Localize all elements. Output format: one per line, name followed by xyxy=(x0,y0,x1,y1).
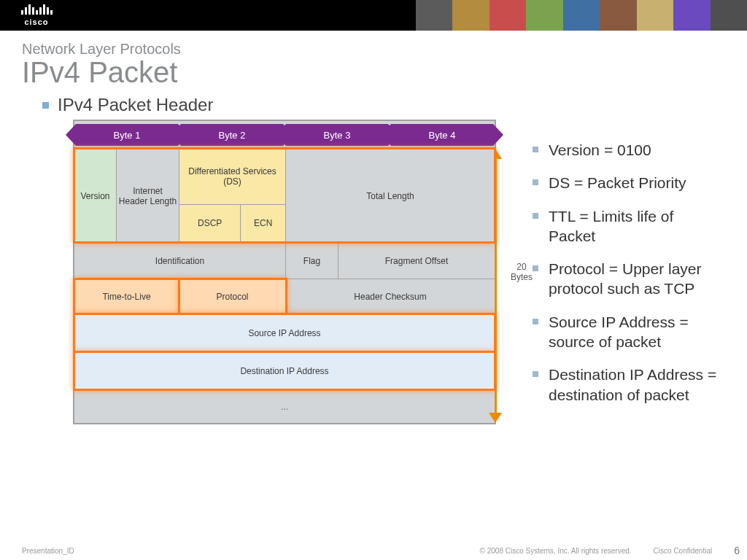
page-number: 6 xyxy=(734,545,740,556)
note-item: Source IP Address = source of packet xyxy=(533,312,718,352)
field-identification: Identification xyxy=(74,243,286,279)
slide-pretitle: Network Layer Protocols xyxy=(22,41,725,58)
byte-arrow-4: Byte 4 xyxy=(391,124,493,146)
field-fragment-offset: Fragment Offset xyxy=(338,243,495,279)
field-ds-label: Differentiated Services (DS) xyxy=(179,149,285,205)
note-item: Destination IP Address = destination of … xyxy=(533,365,718,405)
footer-conf: Cisco Confidential xyxy=(654,547,713,555)
note-item: Version = 0100 xyxy=(533,140,718,160)
field-dscp: DSCP xyxy=(179,205,241,242)
note-item: TTL = Limits life of Packet xyxy=(533,206,718,246)
banner-spacer xyxy=(73,0,416,31)
footer-center: © 2008 Cisco Systems, Inc. All rights re… xyxy=(480,547,632,555)
slide-title: IPv4 Packet xyxy=(22,56,725,89)
size-label: 20 Bytes xyxy=(505,262,538,282)
field-options: ... xyxy=(74,390,495,423)
cisco-logo: cisco xyxy=(0,0,73,31)
field-ihl: Internet Header Length xyxy=(117,149,179,242)
photo-strip xyxy=(416,0,747,31)
top-banner: cisco xyxy=(0,0,747,31)
slide-subtitle: IPv4 Packet Header xyxy=(58,95,213,115)
field-flag: Flag xyxy=(286,243,338,279)
field-ttl: Time-to-Live xyxy=(74,279,179,314)
slide-body: Network Layer Protocols IPv4 Packet IPv4… xyxy=(0,31,747,542)
field-dest-ip: Destination IP Address xyxy=(74,352,495,389)
slide-footer: Presentation_ID © 2008 Cisco Systems, In… xyxy=(0,542,747,560)
field-source-ip: Source IP Address xyxy=(74,314,495,351)
notes-list: Version = 0100 DS = Packet Priority TTL … xyxy=(530,120,725,538)
note-item: DS = Packet Priority xyxy=(533,173,718,192)
packet-diagram: Byte 1 Byte 2 Byte 3 Byte 4 Version Inte… xyxy=(22,120,518,538)
field-protocol: Protocol xyxy=(179,279,286,314)
byte-arrow-2: Byte 2 xyxy=(181,124,283,146)
bullet-icon xyxy=(42,102,49,109)
cisco-bars-icon xyxy=(21,4,53,15)
field-version: Version xyxy=(74,149,117,242)
footer-left: Presentation_ID xyxy=(22,547,74,555)
field-ecn: ECN xyxy=(241,205,285,242)
byte-arrow-1: Byte 1 xyxy=(76,124,178,146)
byte-arrow-3: Byte 3 xyxy=(286,124,388,146)
field-total-length: Total Length xyxy=(286,149,495,242)
field-ds: Differentiated Services (DS) DSCP ECN xyxy=(179,149,286,242)
brand-text: cisco xyxy=(24,18,48,26)
field-checksum: Header Checksum xyxy=(286,279,495,314)
note-item: Protocol = Upper layer protocol such as … xyxy=(533,259,718,299)
